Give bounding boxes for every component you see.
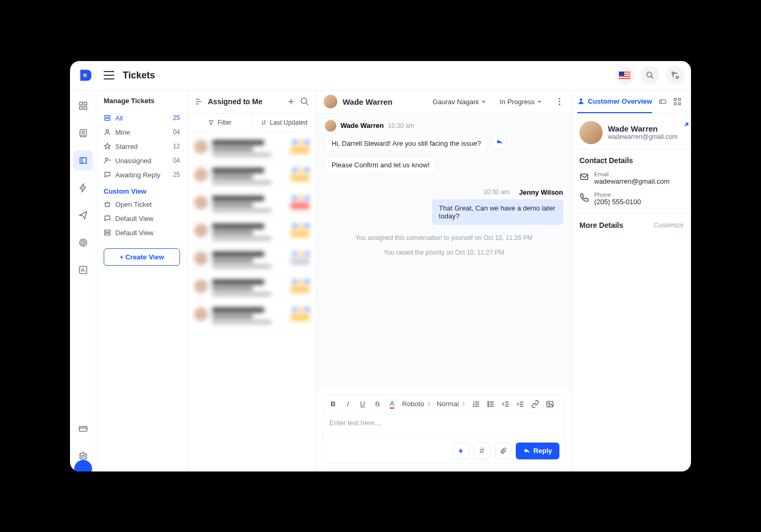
filter-label: Filter xyxy=(217,119,232,126)
svg-rect-20 xyxy=(105,230,111,232)
menu-icon[interactable] xyxy=(102,68,116,83)
outdent-button[interactable] xyxy=(501,399,510,409)
size-select[interactable]: Normal xyxy=(437,400,466,408)
tab-apps[interactable] xyxy=(673,91,682,113)
svg-point-23 xyxy=(559,98,560,99)
create-view-button[interactable]: + Create View xyxy=(104,248,180,266)
msg-head-left: Wade Warren 10:30 am xyxy=(325,120,563,132)
nav-dashboard[interactable] xyxy=(73,96,93,116)
svg-point-3 xyxy=(676,76,678,78)
svg-point-15 xyxy=(82,455,84,457)
filter-all-label: All xyxy=(115,114,123,122)
locale-flag[interactable] xyxy=(615,66,634,85)
svg-point-27 xyxy=(487,404,488,405)
nav-tickets[interactable] xyxy=(73,150,93,170)
filter-awaiting[interactable]: Awaiting Reply 25 xyxy=(96,168,187,182)
status-dropdown[interactable]: In Progress xyxy=(500,98,542,106)
tab-customer-overview[interactable]: Customer Overview xyxy=(577,91,652,113)
svg-rect-29 xyxy=(547,401,553,407)
more-details-label: More Details xyxy=(579,221,623,229)
reply-icon[interactable] xyxy=(492,135,507,149)
filter-unassigned-label: Unassigned xyxy=(115,157,152,165)
app-logo xyxy=(76,66,95,85)
conversation-body: Wade Warren 10:30 am Hi, Darrell Steward… xyxy=(316,114,572,389)
details-tabs: Customer Overview xyxy=(572,91,691,114)
tab-ticket-info[interactable] xyxy=(658,91,667,113)
sender-name: Wade Warren xyxy=(341,122,384,129)
underline-button[interactable]: U xyxy=(358,399,367,409)
ticket-list[interactable] xyxy=(188,133,316,471)
list-header: Assigned to Me xyxy=(188,91,316,114)
text-color-button[interactable]: A xyxy=(387,399,397,409)
phone-value: (205) 555-0100 xyxy=(594,198,641,206)
quick-action-button[interactable] xyxy=(453,443,469,459)
custom-view-header: Custom View xyxy=(96,182,187,197)
sort-button[interactable]: Last Updated xyxy=(252,114,316,132)
filter-button[interactable]: Filter xyxy=(188,114,252,132)
svg-rect-17 xyxy=(105,118,111,121)
nav-contacts[interactable] xyxy=(73,123,93,143)
search-icon[interactable] xyxy=(300,97,309,106)
svg-rect-14 xyxy=(79,426,87,431)
custom-default-2[interactable]: Default View xyxy=(96,226,187,240)
filter-starred-count: 12 xyxy=(173,143,180,150)
font-select[interactable]: Roboto xyxy=(402,400,432,408)
ul-button[interactable] xyxy=(486,399,496,409)
more-icon[interactable] xyxy=(555,97,564,106)
nav-goals[interactable] xyxy=(73,233,93,253)
more-details-row: More Details Customize xyxy=(572,213,691,237)
manage-header: Manage Tickets xyxy=(96,91,187,111)
svg-rect-33 xyxy=(674,98,676,101)
chevron-updown-icon xyxy=(461,401,466,407)
image-button[interactable] xyxy=(545,399,555,409)
ticket-list-panel: Assigned to Me Filter Last Updated xyxy=(188,91,316,471)
custom-default-1[interactable]: Default View xyxy=(96,212,187,226)
svg-point-22 xyxy=(301,98,307,104)
filter-all-count: 25 xyxy=(173,114,180,122)
conversation-header: Wade Warren Gaurav Nagani In Progress xyxy=(316,91,572,114)
msg-head-right: 10:30 am Jenny Wilson xyxy=(325,188,563,196)
message-bubble: That Great, Can we have a demo later tod… xyxy=(432,199,563,225)
filter-mine[interactable]: Mine 04 xyxy=(96,125,187,139)
ol-button[interactable] xyxy=(472,399,481,409)
svg-rect-35 xyxy=(674,103,676,105)
composer-input[interactable]: Enter text here.... xyxy=(323,414,565,438)
filter-unassigned[interactable]: Unassigned 04 xyxy=(96,154,187,168)
svg-point-31 xyxy=(580,98,583,101)
composer-footer: # Reply xyxy=(323,438,565,464)
search-button[interactable] xyxy=(640,66,659,85)
open-customer-icon[interactable] xyxy=(683,121,690,128)
indent-button[interactable] xyxy=(516,399,525,409)
list-header-label: Assigned to Me xyxy=(208,97,262,106)
nav-billing[interactable] xyxy=(73,419,93,439)
sort-label: Last Updated xyxy=(270,119,307,126)
custom-open-ticket[interactable]: Open Ticket xyxy=(96,197,187,212)
integrations-icon[interactable] xyxy=(666,66,685,85)
svg-point-24 xyxy=(559,101,560,103)
nav-automation[interactable] xyxy=(73,178,93,198)
filter-mine-count: 04 xyxy=(173,128,180,136)
list-subbar: Filter Last Updated xyxy=(188,114,316,133)
link-button[interactable] xyxy=(530,399,540,409)
svg-point-25 xyxy=(559,104,560,105)
assignee-label: Gaurav Nagani xyxy=(433,98,478,106)
reply-button[interactable]: Reply xyxy=(516,443,559,459)
bold-button[interactable]: B xyxy=(328,399,338,409)
svg-rect-32 xyxy=(659,100,666,104)
tab-overview-label: Customer Overview xyxy=(588,97,652,105)
hash-button[interactable]: # xyxy=(474,443,490,459)
add-icon[interactable] xyxy=(286,97,296,106)
filter-starred[interactable]: Starred 12 xyxy=(96,139,187,154)
filter-all[interactable]: All 25 xyxy=(96,111,187,125)
list-sort-icon[interactable] xyxy=(194,97,204,106)
nav-share[interactable] xyxy=(73,205,93,225)
attach-button[interactable] xyxy=(495,443,512,459)
svg-rect-4 xyxy=(79,102,82,105)
customize-button[interactable]: Customize xyxy=(654,222,684,229)
svg-point-12 xyxy=(83,242,84,243)
chevron-down-icon xyxy=(537,99,542,104)
strike-button[interactable]: S xyxy=(373,399,382,409)
nav-reports[interactable] xyxy=(73,260,93,280)
assignee-dropdown[interactable]: Gaurav Nagani xyxy=(433,98,486,106)
italic-button[interactable]: I xyxy=(343,399,353,409)
